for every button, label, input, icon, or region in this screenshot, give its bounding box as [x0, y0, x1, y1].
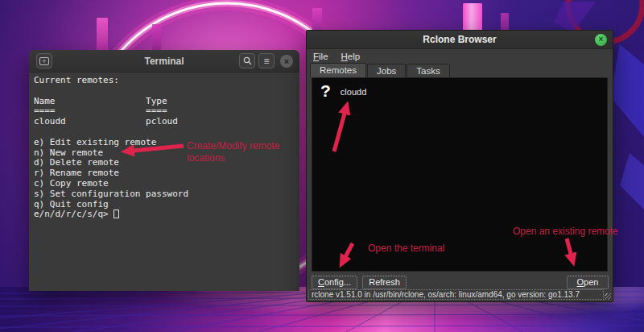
- terminal-cursor: [114, 210, 119, 218]
- close-icon: ×: [599, 35, 604, 44]
- tab-remotes[interactable]: Remotes: [310, 63, 366, 77]
- remote-item-cloudd[interactable]: ? cloudd: [320, 82, 366, 100]
- status-bar: rclone v1.51.0 in /usr/bin/rclone, os/ar…: [308, 288, 612, 301]
- close-icon: ×: [284, 56, 289, 68]
- resize-grip-icon[interactable]: [605, 293, 611, 300]
- search-icon: [243, 56, 252, 65]
- hamburger-menu-icon: ≡: [263, 56, 269, 67]
- tab-bar: Remotes Jobs Tasks: [307, 63, 613, 77]
- hamburger-menu-button[interactable]: ≡: [258, 53, 275, 68]
- button-row: Config... Refresh Open: [312, 276, 609, 289]
- wallpaper-pillar: [312, 8, 322, 32]
- rclone-window-title: Rclone Browser: [307, 34, 613, 45]
- tab-jobs[interactable]: Jobs: [367, 64, 406, 77]
- terminal-close-button[interactable]: ×: [280, 55, 293, 68]
- unknown-remote-icon: ?: [320, 82, 331, 100]
- terminal-output: Current remotes: Name Type ==== ==== clo…: [34, 76, 296, 220]
- terminal-prompt: e/n/d/r/c/s/q>: [34, 209, 114, 219]
- status-message: rclone v1.51.0 in /usr/bin/rclone, os/ar…: [308, 289, 604, 300]
- terminal-output-text: Current remotes: Name Type ==== ==== clo…: [34, 75, 188, 210]
- terminal-window: + Terminal ≡ × Current remotes: Name Typ…: [29, 50, 299, 291]
- rclone-browser-window: Rclone Browser × File Help Remotes Jobs …: [306, 30, 613, 302]
- rclone-close-button[interactable]: ×: [595, 34, 607, 46]
- terminal-titlebar[interactable]: + Terminal ≡ ×: [29, 50, 299, 73]
- menu-file[interactable]: File: [313, 52, 328, 61]
- menubar: File Help: [307, 49, 613, 63]
- remotes-list[interactable]: ? cloudd: [312, 77, 608, 272]
- tab-tasks[interactable]: Tasks: [407, 64, 449, 77]
- refresh-button[interactable]: Refresh: [362, 276, 407, 289]
- config-button[interactable]: Config...: [312, 276, 357, 289]
- remote-name: cloudd: [341, 87, 366, 97]
- rclone-titlebar[interactable]: Rclone Browser ×: [307, 31, 613, 49]
- open-button[interactable]: Open: [567, 276, 609, 289]
- menu-help[interactable]: Help: [341, 52, 361, 61]
- search-button[interactable]: [239, 53, 255, 68]
- terminal-output-area[interactable]: Current remotes: Name Type ==== ==== clo…: [29, 73, 299, 220]
